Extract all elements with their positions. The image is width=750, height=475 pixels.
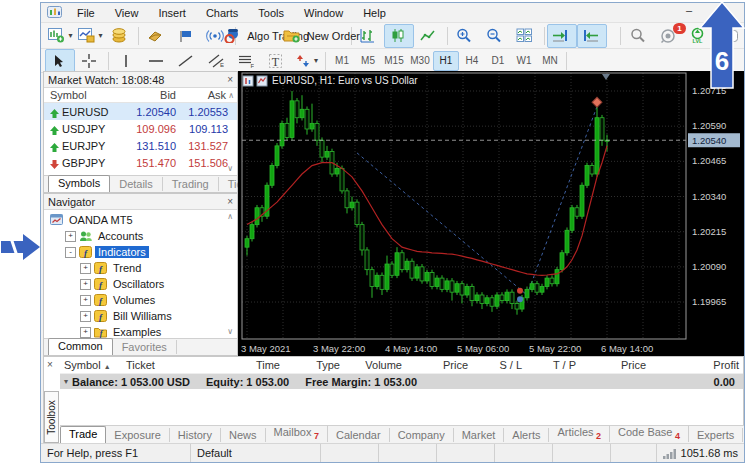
toolbox-column-profit[interactable]: Profit — [650, 359, 743, 371]
minimize-button[interactable]: – — [680, 5, 698, 18]
tab-favorites[interactable]: Favorites — [113, 340, 177, 354]
toolbox-tab-company[interactable]: Company — [390, 428, 454, 442]
expand-icon[interactable]: + — [80, 295, 91, 306]
vertical-line-tool[interactable] — [112, 49, 142, 73]
trendline-tool[interactable] — [172, 49, 202, 73]
toolbox-column-ticket[interactable]: Ticket — [122, 359, 184, 371]
close-icon[interactable]: × — [47, 359, 53, 370]
column-symbol[interactable]: Symbol — [44, 89, 120, 101]
expand-icon[interactable]: + — [80, 311, 91, 322]
market-watch-row-usdjpy[interactable]: USDJPY109.096109.113 — [44, 120, 237, 137]
toolbox-column-s-l[interactable]: S / L — [472, 359, 526, 371]
timeframe-d1[interactable]: D1 — [485, 51, 511, 71]
menu-item-charts[interactable]: Charts — [196, 5, 248, 21]
expand-icon[interactable]: + — [80, 263, 91, 274]
toolbox-vertical-tab[interactable]: Toolbox — [44, 391, 59, 443]
new-chart-button[interactable]: ▾ — [45, 24, 75, 48]
timeframe-h4[interactable]: H4 — [459, 51, 485, 71]
arrows-tool[interactable]: ▾ — [292, 49, 322, 73]
toolbox-column-type[interactable]: Type — [284, 359, 344, 371]
toolbox-tab-market[interactable]: Market — [454, 428, 505, 442]
timeframe-h1[interactable]: H1 — [433, 51, 459, 71]
toolbox-column-symbol[interactable]: Symbol ▲ — [60, 359, 122, 371]
menu-item-file[interactable]: File — [67, 5, 105, 21]
scroll-up-icon[interactable]: ∧ — [227, 212, 236, 221]
expand-icon[interactable]: + — [80, 279, 91, 290]
data-window-button[interactable] — [142, 24, 172, 48]
menu-item-window[interactable]: Window — [294, 5, 353, 21]
toolbox-column-price[interactable]: Price — [406, 359, 472, 371]
market-watch-row-eurjpy[interactable]: EURJPY131.510131.527 — [44, 137, 237, 154]
chart-window[interactable]: 1.207151.205901.204651.203401.202151.200… — [238, 71, 744, 356]
tab-details[interactable]: Details — [110, 177, 163, 191]
column-bid[interactable]: Bid — [120, 89, 176, 101]
menu-item-insert[interactable]: Insert — [148, 5, 196, 21]
cursor-tool-button[interactable] — [45, 49, 75, 73]
toolbox-tab-calendar[interactable]: Calendar — [328, 428, 390, 442]
crosshair-tool-button[interactable] — [75, 49, 105, 73]
zoom-out-button[interactable] — [481, 24, 511, 48]
bars-mini-icon[interactable] — [243, 76, 253, 86]
timeframe-w1[interactable]: W1 — [511, 51, 537, 71]
expand-icon[interactable]: + — [65, 231, 76, 242]
toolbox-tab-code-base[interactable]: Code Base 4 — [610, 425, 689, 442]
column-ask[interactable]: Ask — [176, 89, 226, 101]
toolbox-column-price[interactable]: Price — [580, 359, 650, 371]
channel-tool[interactable]: E — [202, 49, 232, 73]
scroll-down-icon[interactable]: ∨ — [227, 327, 236, 336]
tab-trading[interactable]: Trading — [163, 177, 219, 191]
collapse-icon[interactable]: ▾ — [64, 377, 68, 386]
chevron-down-icon[interactable]: ▾ — [99, 31, 103, 40]
menu-item-view[interactable]: View — [105, 5, 149, 21]
fibonacci-tool[interactable]: F — [232, 49, 262, 73]
timeframe-m30[interactable]: M30 — [407, 51, 433, 71]
chart-shift-button[interactable] — [577, 24, 607, 48]
auto-scroll-button[interactable] — [547, 24, 577, 48]
collapse-icon[interactable]: - — [65, 247, 76, 258]
toolbox-tab-journal[interactable]: Journal — [743, 428, 750, 442]
market-watch-button[interactable] — [105, 24, 135, 48]
navigator-button[interactable] — [172, 24, 202, 48]
tab-common[interactable]: Common — [48, 338, 113, 355]
toolbox-column-volume[interactable]: Volume — [344, 359, 406, 371]
scroll-up-icon[interactable]: ∧ — [228, 91, 237, 100]
search-button[interactable] — [624, 24, 654, 48]
chevron-down-icon[interactable]: ▾ — [314, 56, 318, 65]
close-icon[interactable]: × — [227, 74, 233, 85]
candlestick-chart[interactable]: 1.207151.205901.204651.203401.202151.200… — [238, 71, 744, 356]
bar-chart-button[interactable] — [354, 24, 384, 48]
tree-item-oanda-mt5[interactable]: OANDA MT5 — [44, 212, 237, 228]
toolbox-column-t-p[interactable]: T / P — [526, 359, 580, 371]
toolbox-tab-alerts[interactable]: Alerts — [504, 428, 549, 442]
toolbox-tab-mailbox[interactable]: Mailbox 7 — [266, 425, 328, 442]
toolbox-tab-experts[interactable]: Experts — [689, 428, 743, 442]
close-icon[interactable]: × — [227, 196, 233, 207]
toolbox-tab-history[interactable]: History — [170, 428, 221, 442]
scroll-down-icon[interactable]: ∨ — [227, 164, 236, 173]
market-watch-row-gbpjpy[interactable]: GBPJPY151.470151.506 — [44, 154, 237, 171]
timeframe-m1[interactable]: M1 — [329, 51, 355, 71]
tree-item-trend[interactable]: +fTrend — [44, 260, 237, 276]
menu-item-help[interactable]: Help — [353, 5, 396, 21]
tree-item-indicators[interactable]: -fIndicators — [44, 244, 237, 260]
toolbox-column-time[interactable]: Time — [184, 359, 284, 371]
horizontal-line-tool[interactable] — [142, 49, 172, 73]
line-chart-button[interactable] — [414, 24, 444, 48]
toolbox-tab-exposure[interactable]: Exposure — [106, 428, 169, 442]
tile-windows-button[interactable] — [511, 24, 541, 48]
tree-item-accounts[interactable]: +Accounts — [44, 228, 237, 244]
chart-shift-marker[interactable] — [602, 74, 610, 80]
timeframe-mn[interactable]: MN — [537, 51, 563, 71]
text-tool[interactable]: T — [262, 49, 292, 73]
clipped-toolbar-button[interactable] — [607, 24, 617, 48]
candlestick-chart-button[interactable] — [384, 24, 414, 48]
toolbox-tab-articles[interactable]: Articles 2 — [549, 425, 610, 442]
toolbox-tab-news[interactable]: News — [221, 428, 266, 442]
balance-row[interactable]: ▾ Balance: 1 053.00 USD Equity: 1 053.00… — [60, 374, 743, 389]
tree-item-bill-williams[interactable]: +fBill Williams — [44, 308, 237, 324]
profiles-button[interactable]: ▾ — [75, 24, 105, 48]
notifications-button[interactable]: 1 — [654, 24, 684, 48]
tree-item-volumes[interactable]: +fVolumes — [44, 292, 237, 308]
timeframe-m5[interactable]: M5 — [355, 51, 381, 71]
market-watch-row-eurusd[interactable]: EURUSD1.205401.20553 — [44, 103, 237, 120]
